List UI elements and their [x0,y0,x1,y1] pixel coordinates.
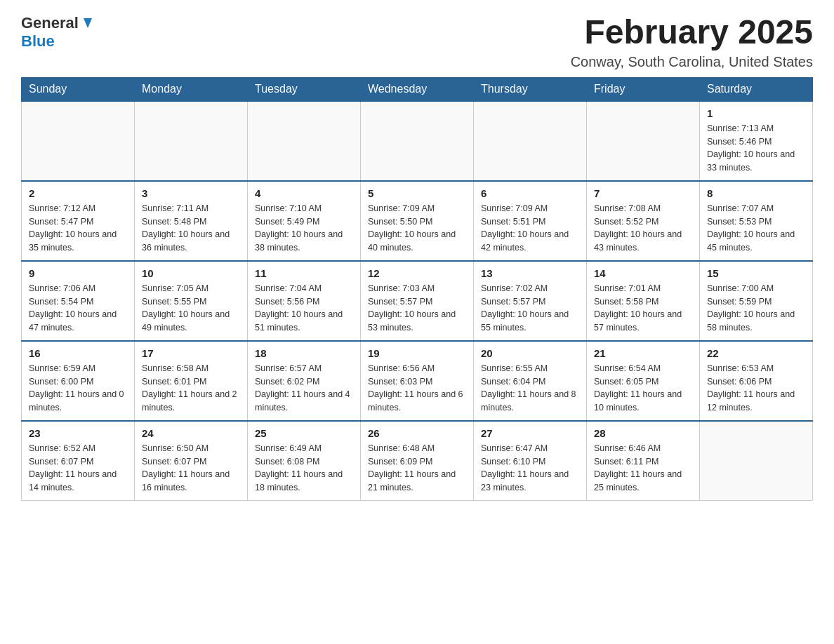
day-number: 21 [594,347,692,359]
calendar-cell: 1Sunrise: 7:13 AMSunset: 5:46 PMDaylight… [700,101,813,181]
day-number: 14 [594,267,692,279]
day-info: Sunrise: 7:10 AMSunset: 5:49 PMDaylight:… [255,202,353,255]
day-info: Sunrise: 6:52 AMSunset: 6:07 PMDaylight:… [29,442,127,495]
day-info: Sunrise: 7:07 AMSunset: 5:53 PMDaylight:… [707,202,805,255]
day-number: 11 [255,267,353,279]
day-info: Sunrise: 6:48 AMSunset: 6:09 PMDaylight:… [368,442,466,495]
day-number: 4 [255,187,353,199]
day-number: 8 [707,187,805,199]
day-info: Sunrise: 6:55 AMSunset: 6:04 PMDaylight:… [481,362,579,415]
calendar-cell: 23Sunrise: 6:52 AMSunset: 6:07 PMDayligh… [22,421,135,501]
calendar-title: February 2025 [571,14,813,51]
calendar-cell: 8Sunrise: 7:07 AMSunset: 5:53 PMDaylight… [700,181,813,261]
day-number: 20 [481,347,579,359]
day-info: Sunrise: 6:46 AMSunset: 6:11 PMDaylight:… [594,442,692,495]
day-number: 16 [29,347,127,359]
calendar-header-tuesday: Tuesday [248,77,361,102]
calendar-cell: 17Sunrise: 6:58 AMSunset: 6:01 PMDayligh… [135,341,248,421]
day-info: Sunrise: 6:54 AMSunset: 6:05 PMDaylight:… [594,362,692,415]
day-number: 25 [255,427,353,439]
calendar-cell: 14Sunrise: 7:01 AMSunset: 5:58 PMDayligh… [587,261,700,341]
calendar-cell: 11Sunrise: 7:04 AMSunset: 5:56 PMDayligh… [248,261,361,341]
day-info: Sunrise: 6:50 AMSunset: 6:07 PMDaylight:… [142,442,240,495]
day-number: 26 [368,427,466,439]
page-header: General Blue February 2025 Conway, South… [21,14,813,70]
svg-marker-0 [84,18,92,28]
calendar-cell [587,101,700,181]
calendar-week-row: 23Sunrise: 6:52 AMSunset: 6:07 PMDayligh… [22,421,813,501]
calendar-cell: 15Sunrise: 7:00 AMSunset: 5:59 PMDayligh… [700,261,813,341]
day-info: Sunrise: 6:56 AMSunset: 6:03 PMDaylight:… [368,362,466,415]
day-info: Sunrise: 7:08 AMSunset: 5:52 PMDaylight:… [594,202,692,255]
day-number: 6 [481,187,579,199]
calendar-header-wednesday: Wednesday [361,77,474,102]
day-info: Sunrise: 6:59 AMSunset: 6:00 PMDaylight:… [29,362,127,415]
day-info: Sunrise: 7:00 AMSunset: 5:59 PMDaylight:… [707,282,805,335]
calendar-header-saturday: Saturday [700,77,813,102]
calendar-header-sunday: Sunday [22,77,135,102]
title-block: February 2025 Conway, South Carolina, Un… [571,14,813,70]
calendar-cell: 3Sunrise: 7:11 AMSunset: 5:48 PMDaylight… [135,181,248,261]
day-number: 23 [29,427,127,439]
day-info: Sunrise: 6:53 AMSunset: 6:06 PMDaylight:… [707,362,805,415]
calendar-week-row: 1Sunrise: 7:13 AMSunset: 5:46 PMDaylight… [22,101,813,181]
day-info: Sunrise: 7:04 AMSunset: 5:56 PMDaylight:… [255,282,353,335]
day-number: 13 [481,267,579,279]
day-info: Sunrise: 7:05 AMSunset: 5:55 PMDaylight:… [142,282,240,335]
calendar-cell: 12Sunrise: 7:03 AMSunset: 5:57 PMDayligh… [361,261,474,341]
day-number: 22 [707,347,805,359]
calendar-week-row: 16Sunrise: 6:59 AMSunset: 6:00 PMDayligh… [22,341,813,421]
day-number: 28 [594,427,692,439]
calendar-cell: 24Sunrise: 6:50 AMSunset: 6:07 PMDayligh… [135,421,248,501]
day-number: 7 [594,187,692,199]
day-info: Sunrise: 6:49 AMSunset: 6:08 PMDaylight:… [255,442,353,495]
day-info: Sunrise: 7:12 AMSunset: 5:47 PMDaylight:… [29,202,127,255]
day-number: 17 [142,347,240,359]
logo-triangle-icon [80,15,95,31]
day-info: Sunrise: 6:58 AMSunset: 6:01 PMDaylight:… [142,362,240,415]
logo-blue-text: Blue [21,32,55,51]
calendar-header-thursday: Thursday [474,77,587,102]
calendar-cell [22,101,135,181]
day-info: Sunrise: 7:03 AMSunset: 5:57 PMDaylight:… [368,282,466,335]
day-info: Sunrise: 7:02 AMSunset: 5:57 PMDaylight:… [481,282,579,335]
day-info: Sunrise: 7:09 AMSunset: 5:51 PMDaylight:… [481,202,579,255]
calendar-cell: 22Sunrise: 6:53 AMSunset: 6:06 PMDayligh… [700,341,813,421]
day-number: 2 [29,187,127,199]
day-info: Sunrise: 7:13 AMSunset: 5:46 PMDaylight:… [707,122,805,175]
logo-line1: General [21,14,95,32]
day-number: 15 [707,267,805,279]
calendar-cell: 27Sunrise: 6:47 AMSunset: 6:10 PMDayligh… [474,421,587,501]
calendar-cell: 18Sunrise: 6:57 AMSunset: 6:02 PMDayligh… [248,341,361,421]
calendar-cell [248,101,361,181]
calendar-week-row: 9Sunrise: 7:06 AMSunset: 5:54 PMDaylight… [22,261,813,341]
calendar-header-row: SundayMondayTuesdayWednesdayThursdayFrid… [22,77,813,102]
calendar-cell: 2Sunrise: 7:12 AMSunset: 5:47 PMDaylight… [22,181,135,261]
calendar-cell [135,101,248,181]
calendar-cell [361,101,474,181]
calendar-subtitle: Conway, South Carolina, United States [571,54,813,70]
day-number: 19 [368,347,466,359]
calendar-cell: 26Sunrise: 6:48 AMSunset: 6:09 PMDayligh… [361,421,474,501]
calendar-header-monday: Monday [135,77,248,102]
calendar-table: SundayMondayTuesdayWednesdayThursdayFrid… [21,77,813,501]
day-info: Sunrise: 7:06 AMSunset: 5:54 PMDaylight:… [29,282,127,335]
calendar-cell: 6Sunrise: 7:09 AMSunset: 5:51 PMDaylight… [474,181,587,261]
calendar-cell: 20Sunrise: 6:55 AMSunset: 6:04 PMDayligh… [474,341,587,421]
day-number: 10 [142,267,240,279]
day-number: 1 [707,107,805,119]
day-number: 9 [29,267,127,279]
calendar-cell: 16Sunrise: 6:59 AMSunset: 6:00 PMDayligh… [22,341,135,421]
calendar-cell: 19Sunrise: 6:56 AMSunset: 6:03 PMDayligh… [361,341,474,421]
day-number: 5 [368,187,466,199]
calendar-week-row: 2Sunrise: 7:12 AMSunset: 5:47 PMDaylight… [22,181,813,261]
calendar-cell: 13Sunrise: 7:02 AMSunset: 5:57 PMDayligh… [474,261,587,341]
calendar-cell: 5Sunrise: 7:09 AMSunset: 5:50 PMDaylight… [361,181,474,261]
day-info: Sunrise: 6:47 AMSunset: 6:10 PMDaylight:… [481,442,579,495]
day-info: Sunrise: 7:01 AMSunset: 5:58 PMDaylight:… [594,282,692,335]
logo-general-text: General [21,14,79,32]
day-info: Sunrise: 7:11 AMSunset: 5:48 PMDaylight:… [142,202,240,255]
day-number: 18 [255,347,353,359]
calendar-cell [474,101,587,181]
day-info: Sunrise: 6:57 AMSunset: 6:02 PMDaylight:… [255,362,353,415]
